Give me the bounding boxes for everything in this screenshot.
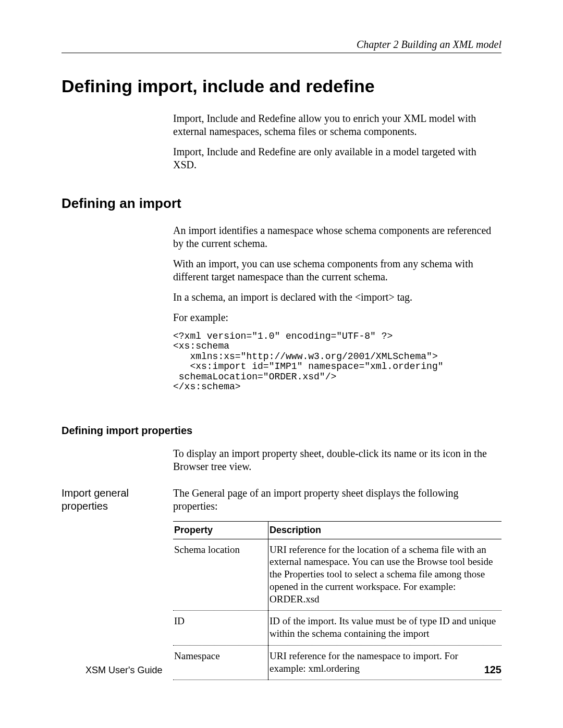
- table-row: ID ID of the import. Its value must be o…: [173, 611, 501, 646]
- page-footer: XSM User's Guide 125: [62, 664, 501, 676]
- page-title: Defining import, include and redefine: [62, 76, 501, 96]
- subsection-intro: To display an import property sheet, dou…: [173, 447, 501, 473]
- section-p3: In a schema, an import is declared with …: [173, 291, 501, 304]
- cell-property: Schema location: [173, 539, 268, 611]
- intro-block: Import, Include and Redefine allow you t…: [173, 112, 501, 171]
- chapter-header: Chapter 2 Building an XML model: [62, 39, 501, 53]
- section-p4: For example:: [173, 311, 501, 324]
- intro-p2: Import, Include and Redefine are only av…: [173, 145, 501, 171]
- general-properties-row: Import general properties The General pa…: [62, 487, 501, 681]
- section-body: An import identifies a namespace whose s…: [173, 224, 501, 392]
- footer-page-number: 125: [484, 664, 501, 676]
- subsection-p1: To display an import property sheet, dou…: [173, 447, 501, 473]
- cell-description: URI reference for the location of a sche…: [268, 539, 502, 611]
- th-description: Description: [268, 521, 502, 539]
- cell-description: ID of the import. Its value must be of t…: [268, 611, 502, 646]
- code-example: <?xml version="1.0" encoding="UTF-8" ?> …: [173, 331, 501, 392]
- sidebar-label: Import general properties: [62, 487, 173, 681]
- cell-property: ID: [173, 611, 268, 646]
- table-header-row: Property Description: [173, 521, 501, 539]
- page: Chapter 2 Building an XML model Defining…: [0, 0, 563, 728]
- subsection-p2: The General page of an import property s…: [173, 487, 501, 513]
- intro-p1: Import, Include and Redefine allow you t…: [173, 112, 501, 138]
- properties-table: Property Description Schema location URI…: [173, 521, 501, 681]
- th-property: Property: [173, 521, 268, 539]
- general-properties-body: The General page of an import property s…: [173, 487, 501, 681]
- section-p2: With an import, you can use schema compo…: [173, 257, 501, 283]
- section-title: Defining an import: [62, 195, 501, 212]
- table-row: Schema location URI reference for the lo…: [173, 539, 501, 611]
- subsection-title: Defining import properties: [62, 425, 501, 437]
- section-p1: An import identifies a namespace whose s…: [173, 224, 501, 250]
- footer-guide-name: XSM User's Guide: [85, 665, 162, 676]
